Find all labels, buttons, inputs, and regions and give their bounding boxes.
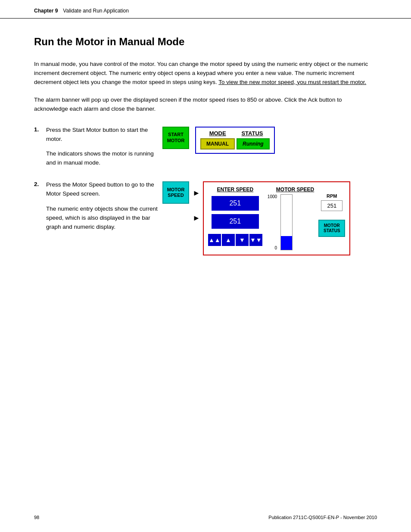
bar-graph <box>280 194 293 250</box>
skip-to-start-button[interactable]: ▲▲ <box>208 234 221 246</box>
arrow-2-icon: ► <box>193 214 200 222</box>
mode-status-header: MODE STATUS <box>200 130 270 137</box>
publication-info: Publication 2711C-QS001F-EN-P - November… <box>268 515 377 520</box>
page-number: 98 <box>34 515 39 520</box>
page-footer: 98 Publication 2711C-QS001F-EN-P - Novem… <box>34 515 377 520</box>
page-content: Run the Motor in Manual Mode In manual m… <box>0 19 411 294</box>
mode-column-label: MODE <box>200 130 235 137</box>
step-2: 2. Press the Motor Speed button to go to… <box>34 180 377 255</box>
page-header: Chapter 9 Validate and Run Application <box>0 0 411 19</box>
start-motor-button[interactable]: STARTMOTOR <box>162 127 189 149</box>
mode-status-panel: MODE STATUS MANUAL Running <box>195 127 275 154</box>
motor-speed-button[interactable]: MOTORSPEED <box>162 181 189 204</box>
right-section: MOTOR SPEED 1000 0 <box>264 187 345 250</box>
bar-graph-area: 1000 0 <box>268 194 314 250</box>
enter-speed-title: ENTER SPEED <box>217 187 253 193</box>
rpm-section: RPM 251 MOTORSTATUS <box>317 187 345 250</box>
decrement-button[interactable]: ▼ <box>236 234 249 246</box>
step-1: 1. Press the Start Motor button to start… <box>34 126 377 168</box>
alarm-paragraph: The alarm banner will pop up over the di… <box>34 96 377 114</box>
status-column-label: STATUS <box>235 130 269 137</box>
step-2-number: 2. <box>34 180 46 187</box>
speed-input-2[interactable]: 251 <box>212 214 259 229</box>
mode-status-values: MANUAL Running <box>200 138 270 149</box>
step-1-main-text: Press the Start Motor button to start th… <box>46 126 158 144</box>
chapter-subtitle: Validate and Run Application <box>63 8 129 14</box>
scale-top: 1000 <box>268 194 277 199</box>
page-title: Run the Motor in Manual Mode <box>34 36 377 48</box>
chapter-label: Chapter 9 <box>34 8 58 14</box>
intro-link: To view the new motor speed, you must re… <box>218 79 366 85</box>
steps-list: 1. Press the Start Motor button to start… <box>34 126 377 256</box>
running-indicator: Running <box>237 138 270 149</box>
page: Chapter 9 Validate and Run Application R… <box>0 0 411 532</box>
bar-fill <box>281 236 292 250</box>
enter-speed-col: ENTER SPEED 251 251 ▲▲ ▲ ▼ ▼▼ <box>208 187 262 250</box>
motor-speed-title: MOTOR SPEED <box>276 187 314 193</box>
manual-indicator: MANUAL <box>200 138 235 149</box>
step-1-text-col: Press the Start Motor button to start th… <box>46 126 162 168</box>
rpm-value: 251 <box>321 200 342 211</box>
step2-arrows: ► ► <box>192 181 200 222</box>
speed-input-1[interactable]: 251 <box>212 196 259 211</box>
step-2-main-text: Press the Motor Speed button to go to th… <box>46 180 158 199</box>
scale-bottom: 0 <box>268 246 277 250</box>
step-1-visual: STARTMOTOR MODE STATUS MANUAL Running <box>162 126 275 168</box>
step-1-note-text: The indicators shows the motor is runnin… <box>46 149 158 168</box>
motor-speed-screen: ENTER SPEED 251 251 ▲▲ ▲ ▼ ▼▼ <box>203 181 350 255</box>
intro-paragraph: In manual mode, you have control of the … <box>34 60 377 87</box>
rpm-label: RPM <box>327 193 337 199</box>
control-buttons: ▲▲ ▲ ▼ ▼▼ <box>208 234 262 246</box>
step-2-visual: MOTORSPEED ► ► ENTER SPEED 251 <box>162 180 350 255</box>
step-2-text-col: Press the Motor Speed button to go to th… <box>46 180 162 232</box>
step-2-note-text: The numeric entry objects show the curre… <box>46 205 158 232</box>
motor-status-button[interactable]: MOTORSTATUS <box>318 220 345 237</box>
increment-button[interactable]: ▲ <box>222 234 235 246</box>
arrow-1-icon: ► <box>193 189 200 197</box>
bar-graph-col: MOTOR SPEED 1000 0 <box>268 187 314 250</box>
scale-labels: 1000 0 <box>268 194 278 250</box>
skip-to-end-button[interactable]: ▼▼ <box>249 234 262 246</box>
step-1-number: 1. <box>34 126 46 168</box>
screen-inner: ENTER SPEED 251 251 ▲▲ ▲ ▼ ▼▼ <box>208 187 345 250</box>
